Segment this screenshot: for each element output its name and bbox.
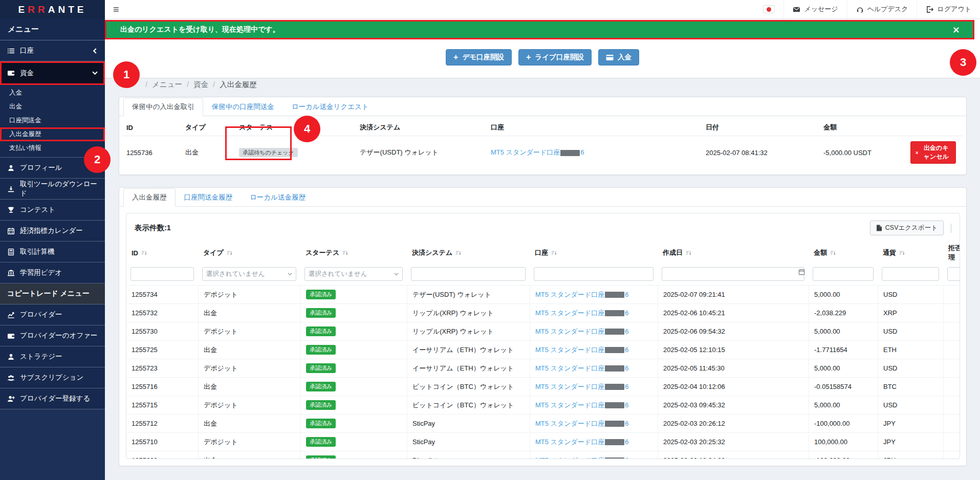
status-badge-approved: 承認済み (306, 382, 336, 391)
close-icon[interactable] (953, 27, 959, 33)
messages-label: メッセージ (804, 5, 838, 14)
cell-status: 承認済み (300, 451, 407, 459)
deposit-button[interactable]: 入金 (598, 49, 639, 66)
currency-filter-input[interactable] (882, 267, 939, 281)
sidebar-item-funds[interactable]: 資金 (0, 61, 105, 85)
cell-created-date: 2025-02-05 11:45:30 (658, 359, 809, 377)
breadcrumb-item-menu[interactable]: メニュー (152, 80, 182, 90)
toolbar-divider (951, 224, 951, 233)
open-demo-account-button[interactable]: + デモ口座開設 (446, 49, 512, 66)
breadcrumb-item-funds[interactable]: 資金 (193, 80, 208, 90)
helpdesk-nav-item[interactable]: ヘルプデスク (847, 0, 917, 18)
sidebar-item-economic-calendar[interactable]: 経済指標カレンダー (0, 221, 105, 242)
csv-export-button[interactable]: CSVエクスポート (870, 221, 944, 235)
cell-type: 出金 (198, 451, 300, 459)
column-label: スターテス (306, 248, 339, 257)
account-link[interactable]: MT5 スタンダード口座6 (535, 438, 628, 447)
table-row: 1255712 出金 承認済み SticPay MT5 スタンダード口座6 20… (126, 414, 960, 432)
column-header: 決済システム (356, 116, 487, 136)
table-row: 1255715 デポジット 承認済み ビットコイン（BTC）ウォレット MT5 … (126, 396, 960, 414)
messages-nav-item[interactable]: メッセージ (783, 0, 846, 18)
sortable-column-header[interactable]: 作成日 (658, 241, 809, 265)
language-selector[interactable] (754, 0, 783, 18)
sortable-column-header[interactable]: 拒否の理 (943, 241, 960, 265)
sidebar-item-subscription[interactable]: サブスクリプション (0, 367, 105, 388)
cell-amount: 5,000.00 (809, 396, 878, 414)
tab[interactable]: 保留中の口座間送金 (203, 98, 283, 116)
cell-currency: USD (878, 286, 943, 303)
sidebar-item-provider-offers[interactable]: プロパイダーのオファー (0, 325, 105, 346)
cell-payment-system: リップル(XRP) ウォレット (407, 304, 530, 322)
logout-nav-item[interactable]: ログアウト (917, 0, 980, 18)
date-filter-input[interactable] (662, 267, 804, 281)
sidebar-item-accounts[interactable]: 口座 (0, 40, 105, 61)
cell-status: 承認済み (300, 378, 407, 396)
sidebar-item-provider[interactable]: プロパイダー (0, 304, 105, 325)
table-row: 1255734 デポジット 承認済み テザー(USDT) ウォレット MT5 ス… (126, 285, 960, 303)
sortable-column-header[interactable]: タイプ (198, 241, 300, 265)
account-link[interactable]: MT5 スタンダード口座6 (535, 456, 628, 460)
tab[interactable]: 口座間送金履歴 (176, 188, 242, 207)
tab[interactable]: 入出金履歴 (123, 188, 176, 207)
account-link[interactable]: MT5 スタンダード口座6 (535, 382, 628, 391)
cancel-withdrawal-button[interactable]: 出金のキャンセル (910, 141, 956, 164)
sortable-column-header[interactable]: スターテス (300, 241, 407, 265)
cell-created-date: 2025-02-07 09:21:41 (658, 286, 809, 303)
sidebar-item-contest[interactable]: コンテスト (0, 200, 105, 221)
redacted-account-number (605, 439, 624, 445)
table-row: 1255690 出金 承認済み Bitwallet MT5 スタンダード口座6 … (126, 451, 960, 459)
column-label: タイプ (203, 248, 224, 257)
cell-created-date: 2025-02-06 10:45:21 (658, 304, 809, 322)
type-filter-select[interactable]: 選択されていません (202, 267, 296, 281)
sortable-column-header[interactable]: 決済システム (407, 241, 530, 265)
sort-icon (686, 250, 691, 256)
account-link[interactable]: MT5 スタンダード口座6 (535, 290, 628, 299)
tab[interactable]: ローカル送金履歴 (241, 188, 314, 207)
cell-payment-system: イーサリアム（ETH）ウォレット (407, 341, 530, 359)
cell-created-date: 2025-02-03 18:04:23 (658, 451, 809, 459)
sortable-column-header[interactable]: 通貨 (878, 241, 943, 265)
status-filter-select[interactable]: 選択されていません (304, 267, 403, 281)
hamburger-menu-icon[interactable]: ≡ (105, 4, 127, 14)
breadcrumb-item-history: 入出金履歴 (220, 80, 257, 90)
sidebar-item-provider-register[interactable]: プロパイダー登録する (0, 388, 105, 409)
sidebar-item-download-tools[interactable]: 取引ツールのダウンロード (0, 179, 105, 200)
reject-reason-filter-input[interactable] (947, 267, 960, 281)
sidebar-item-calculator[interactable]: 取引計算機 (0, 242, 105, 263)
sidebar-subitem-label: 入金 (9, 89, 22, 97)
errante-logo[interactable]: ERRANTE (0, 0, 105, 19)
payment-system-filter-input[interactable] (411, 267, 526, 281)
chevron-down-icon (92, 70, 98, 76)
account-link[interactable]: MT5 スタンダード口座6 (535, 364, 628, 373)
sidebar-item-strategy[interactable]: ストラテジー (0, 346, 105, 367)
account-link[interactable]: MT5 スタンダード口座6 (491, 148, 584, 156)
sidebar-subitem[interactable]: 入出金履歴 (0, 127, 105, 141)
tab[interactable]: 保留中の入出金取引 (123, 98, 203, 116)
account-link[interactable]: MT5 スタンダード口座6 (535, 327, 628, 336)
sidebar-item-learning-videos[interactable]: 学習用ビデオ (0, 263, 105, 283)
id-filter-input[interactable] (130, 267, 194, 281)
cell-reject-reason (943, 304, 960, 322)
filter-id (126, 265, 198, 285)
sidebar-subitem[interactable]: 口座間送金 (0, 114, 105, 127)
cell-id: 1255736 (122, 144, 181, 165)
chevron-down-icon (394, 272, 399, 276)
sortable-column-header[interactable]: ID (126, 241, 198, 265)
open-live-account-button[interactable]: + ライブ口座開設 (518, 49, 592, 66)
account-link[interactable]: MT5 スタンダード口座6 (535, 345, 628, 355)
sidebar-subitem[interactable]: 出金 (0, 100, 105, 114)
cell-reject-reason (943, 359, 960, 377)
account-link[interactable]: MT5 スタンダード口座6 (535, 401, 628, 410)
sidebar-item-label: プロパイダーのオファー (20, 331, 97, 340)
account-filter-input[interactable] (534, 267, 654, 281)
cell-type: デポジット (198, 322, 300, 340)
amount-filter-input[interactable] (813, 267, 874, 281)
sidebar-subitem[interactable]: 入金 (0, 86, 105, 100)
sortable-column-header[interactable]: 口座 (530, 241, 658, 265)
cell-status: 承認済み (300, 414, 407, 432)
account-link[interactable]: MT5 スタンダード口座6 (535, 309, 628, 318)
tab[interactable]: ローカル送金リクエスト (283, 98, 378, 116)
redacted-account-number (605, 365, 624, 372)
account-link[interactable]: MT5 スタンダード口座6 (535, 419, 628, 428)
sortable-column-header[interactable]: 金額 (809, 241, 878, 265)
